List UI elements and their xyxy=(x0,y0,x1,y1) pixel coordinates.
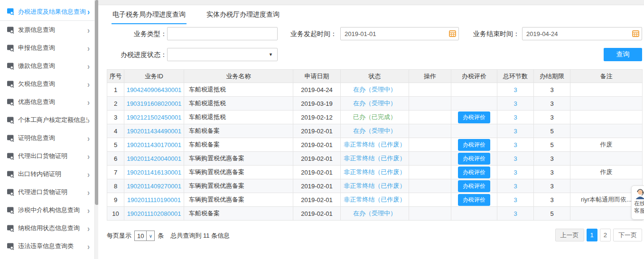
status-cell: 非正常终结（已作废） xyxy=(341,179,409,193)
calendar-icon[interactable] xyxy=(449,30,456,37)
evaluate-button[interactable]: 办税评价 xyxy=(458,194,490,206)
deadline-cell: 5 xyxy=(534,138,570,152)
next-page-button[interactable]: 下一页 xyxy=(613,229,642,241)
end-time-label: 业务结束时间： xyxy=(465,27,520,40)
calendar-icon[interactable] xyxy=(632,30,639,37)
sidebar-item[interactable]: 缴款信息查询› xyxy=(0,57,94,75)
chevron-right-icon: › xyxy=(87,79,90,89)
business-id-cell: 1903191608020001 xyxy=(124,97,184,111)
business-id-cell: 1902011434490001 xyxy=(124,124,184,138)
total-links-link[interactable]: 3 xyxy=(513,183,517,190)
total-links-link[interactable]: 3 xyxy=(513,86,517,93)
business-id-link[interactable]: 1904240906430001 xyxy=(127,86,182,93)
business-id-link[interactable]: 1902121502450001 xyxy=(127,114,182,121)
doc-search-icon xyxy=(7,134,15,142)
operation-cell xyxy=(409,207,451,221)
deadline-cell: 3 xyxy=(534,83,570,97)
business-id-link[interactable]: 1902011416130001 xyxy=(127,169,181,176)
chevron-right-icon: › xyxy=(87,115,90,125)
total-links-link[interactable]: 3 xyxy=(513,114,517,121)
status-cell: 非正常终结（已作废） xyxy=(341,166,409,179)
business-name-cell: 车船税备案 xyxy=(184,124,293,138)
evaluate-cell: 办税评价 xyxy=(451,138,497,152)
column-header: 状态 xyxy=(341,70,409,83)
total-links-link[interactable]: 3 xyxy=(513,210,517,217)
tab-etax-progress[interactable]: 电子税务局办理进度查询 xyxy=(112,8,187,24)
status-cell: 非正常终结（已作废） xyxy=(341,152,409,166)
apply-date-cell: 2019-02-01 xyxy=(293,138,341,152)
sidebar-item[interactable]: 违法违章信息查询类› xyxy=(0,237,94,255)
evaluate-button[interactable]: 办税评价 xyxy=(458,153,490,165)
sidebar-item[interactable]: 欠税信息查询› xyxy=(0,75,94,93)
progress-status-select[interactable] xyxy=(167,48,278,61)
sidebar-item[interactable]: 个体工商户核定定额信息查询› xyxy=(0,111,94,129)
chevron-right-icon: › xyxy=(87,7,90,17)
status-cell: 非正常终结（已作废） xyxy=(341,193,409,207)
sidebar-item-label: 出口转内销证明 xyxy=(18,170,87,178)
page-number-button[interactable]: 1 xyxy=(587,229,597,241)
evaluate-button[interactable]: 办税评价 xyxy=(458,180,490,192)
sidebar-item[interactable]: 证明信息查询› xyxy=(0,129,94,147)
sidebar-item[interactable]: 涉税中介机构信息查询› xyxy=(0,201,94,219)
seq-cell: 4 xyxy=(107,124,124,138)
evaluate-button[interactable]: 办税评价 xyxy=(458,166,490,178)
sidebar-scrollbar[interactable] xyxy=(94,0,98,259)
sidebar-item[interactable]: 纳税信用状态信息查询› xyxy=(0,219,94,237)
business-id-link[interactable]: 1902011102080001 xyxy=(127,210,181,217)
evaluate-cell xyxy=(451,83,497,97)
sidebar-item-label: 优惠信息查询 xyxy=(18,98,87,106)
doc-search-icon xyxy=(7,206,15,214)
apply-date-cell: 2019-02-01 xyxy=(293,179,341,193)
business-type-input[interactable] xyxy=(167,27,278,40)
sidebar-item[interactable]: 出口转内销证明› xyxy=(0,165,94,183)
start-time-input[interactable] xyxy=(340,27,459,40)
column-header: 序号 xyxy=(107,70,124,83)
business-id-link[interactable]: 1903191608020001 xyxy=(127,100,182,107)
doc-search-icon xyxy=(7,170,15,178)
business-id-link[interactable]: 1902011430170001 xyxy=(127,141,181,148)
business-id-link[interactable]: 1902011420040001 xyxy=(127,155,181,162)
total-links-link[interactable]: 3 xyxy=(513,155,517,162)
per-page-value: 10 xyxy=(135,232,146,240)
deadline-cell: 3 xyxy=(534,152,570,166)
total-links-link[interactable]: 3 xyxy=(513,100,517,107)
sidebar-item[interactable]: 发票信息查询› xyxy=(0,21,94,39)
evaluate-button[interactable]: 办税评价 xyxy=(458,139,490,151)
business-type-label: 业务类型： xyxy=(108,27,167,40)
sidebar-item[interactable]: 申报信息查询› xyxy=(0,39,94,57)
query-button[interactable]: 查询 xyxy=(604,48,642,61)
cs-label-line2: 客服 xyxy=(634,207,644,214)
total-links-link[interactable]: 3 xyxy=(513,169,517,176)
end-time-input[interactable] xyxy=(522,27,642,40)
evaluate-button[interactable]: 办税评价 xyxy=(458,111,490,123)
tab-hall-progress[interactable]: 实体办税厅办理进度查询 xyxy=(205,8,280,24)
per-page-prefix: 每页显示 xyxy=(107,231,131,240)
total-links-link[interactable]: 3 xyxy=(513,196,517,204)
deadline-cell: 5 xyxy=(534,124,570,138)
seq-cell: 3 xyxy=(107,111,124,124)
total-links-link[interactable]: 3 xyxy=(513,141,517,148)
total-links-link[interactable]: 3 xyxy=(513,128,517,135)
deadline-cell: 5 xyxy=(534,207,570,221)
prev-page-button[interactable]: 上一页 xyxy=(555,229,584,241)
tab-bar: 电子税务局办理进度查询实体办税厅办理进度查询 xyxy=(112,8,299,24)
business-id-link[interactable]: 1902011409270001 xyxy=(127,183,181,190)
apply-date-cell: 2019-02-01 xyxy=(293,207,341,221)
total-links-cell: 3 xyxy=(497,193,534,207)
evaluate-cell xyxy=(451,207,497,221)
sidebar-item[interactable]: 优惠信息查询› xyxy=(0,93,94,111)
sidebar-item[interactable]: 代理进口货物证明› xyxy=(0,183,94,201)
table-row: 51902011430170001车船税备案2019-02-01非正常终结（已作… xyxy=(107,138,643,152)
per-page-select[interactable]: 10 ∨ xyxy=(134,231,155,241)
business-id-link[interactable]: 1902011110190001 xyxy=(127,196,181,204)
sidebar-item[interactable]: 代理出口货物证明› xyxy=(0,147,94,165)
page-number-button[interactable]: 2 xyxy=(600,229,611,241)
online-customer-service-widget[interactable]: 在线 客服 xyxy=(631,185,644,220)
sidebar-item[interactable]: 办税进度及结果信息查询› xyxy=(0,3,94,21)
business-name-cell: 车辆购置税优惠备案 xyxy=(184,179,293,193)
evaluate-cell: 办税评价 xyxy=(451,193,497,207)
sidebar-item-label: 违法违章信息查询类 xyxy=(18,242,87,250)
remark-cell: 作废 xyxy=(570,166,643,179)
per-page-suffix: 条 xyxy=(158,231,164,240)
business-id-link[interactable]: 1902011434490001 xyxy=(127,128,181,135)
